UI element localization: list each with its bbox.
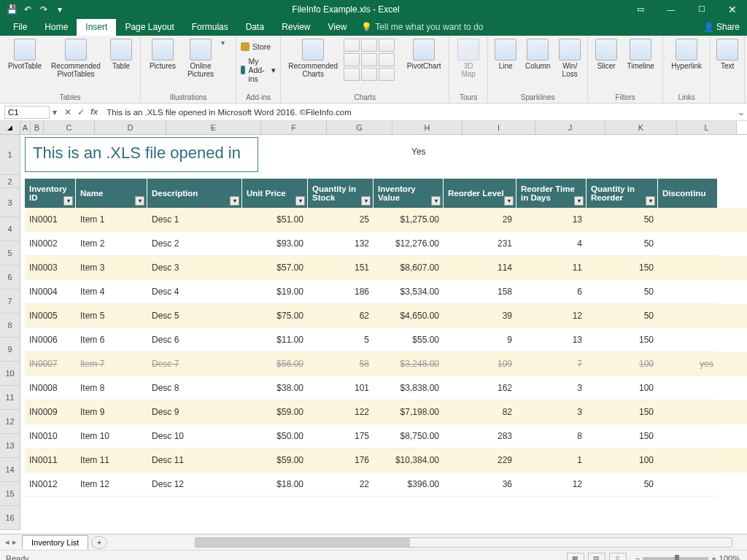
cell[interactable]: 150: [587, 400, 658, 424]
cell[interactable]: Item 12: [76, 472, 147, 497]
cell[interactable]: $11.00: [242, 328, 308, 352]
cell[interactable]: [658, 448, 718, 472]
cell[interactable]: 6: [516, 280, 587, 304]
cell[interactable]: 62: [308, 304, 374, 328]
cell[interactable]: [658, 400, 718, 424]
new-sheet-button[interactable]: ＋: [91, 536, 107, 549]
tab-formulas[interactable]: Formulas: [183, 19, 237, 36]
cell[interactable]: yes: [658, 352, 718, 376]
cell[interactable]: 100: [587, 352, 658, 376]
col-E[interactable]: E: [166, 121, 261, 134]
cell[interactable]: $3,248.00: [374, 352, 444, 376]
cell[interactable]: 12: [516, 304, 587, 328]
cell[interactable]: 11: [516, 256, 587, 280]
row-header[interactable]: 11: [0, 386, 20, 410]
rec-pivot-button[interactable]: Recommended PivotTables: [48, 39, 104, 78]
tab-data[interactable]: Data: [237, 19, 273, 36]
cell[interactable]: $8,750.00: [374, 424, 444, 448]
cell[interactable]: Desc 8: [147, 376, 242, 400]
row-header[interactable]: 2: [0, 175, 20, 188]
cell[interactable]: Item 11: [76, 448, 147, 472]
pivotchart-button[interactable]: PivotChart: [403, 39, 444, 70]
row-header[interactable]: 5: [0, 241, 20, 265]
table-row[interactable]: IN0008Item 8Desc 8$38.00101$3,838.001623…: [25, 376, 747, 400]
cell[interactable]: $55.00: [374, 328, 444, 352]
th-discontinued[interactable]: Discontinu: [658, 179, 718, 208]
th-description[interactable]: Description▾: [147, 179, 242, 208]
cell[interactable]: 132: [308, 232, 374, 256]
cell[interactable]: Item 5: [76, 304, 147, 328]
cell[interactable]: 50: [587, 232, 658, 256]
row-header[interactable]: 1: [0, 135, 20, 175]
cell[interactable]: $12,276.00: [374, 232, 444, 256]
select-all-corner[interactable]: ◢: [0, 121, 20, 134]
table-row[interactable]: IN0006Item 6Desc 6$11.005$55.00913150: [25, 328, 747, 352]
cell[interactable]: 50: [587, 472, 658, 497]
hyperlink-button[interactable]: Hyperlink: [667, 39, 705, 70]
cell[interactable]: 158: [444, 280, 516, 304]
cell[interactable]: 5: [308, 328, 374, 352]
cell[interactable]: Desc 4: [147, 280, 242, 304]
cell[interactable]: $4,650.00: [374, 304, 444, 328]
cell[interactable]: 283: [444, 424, 516, 448]
cell[interactable]: IN0007: [25, 352, 76, 376]
cell[interactable]: [658, 208, 718, 232]
col-D[interactable]: D: [95, 121, 166, 134]
row-header[interactable]: 3: [0, 188, 20, 217]
cell[interactable]: Desc 10: [147, 424, 242, 448]
cell[interactable]: 229: [444, 448, 516, 472]
title-cell[interactable]: This is an .XLS file opened in: [25, 137, 258, 172]
name-box-dropdown-icon[interactable]: ▾: [50, 107, 60, 117]
col-L[interactable]: L: [677, 121, 737, 134]
table-row[interactable]: IN0001Item 1Desc 1$51.0025$1,275.0029135…: [25, 208, 747, 232]
cell[interactable]: [658, 424, 718, 448]
map3d-button[interactable]: 3D Map: [454, 39, 483, 78]
cell[interactable]: $8,607.00: [374, 256, 444, 280]
cell[interactable]: Item 7: [76, 352, 147, 376]
minimize-icon[interactable]: —: [657, 0, 686, 18]
qat-dropdown-icon[interactable]: ▾: [54, 4, 66, 15]
cell[interactable]: $51.00: [242, 208, 308, 232]
cancel-formula-icon[interactable]: ✕: [64, 107, 71, 117]
cell[interactable]: 29: [444, 208, 516, 232]
cell[interactable]: 9: [444, 328, 516, 352]
col-G[interactable]: G: [327, 121, 392, 134]
cell[interactable]: $75.00: [242, 304, 308, 328]
cell[interactable]: Desc 1: [147, 208, 242, 232]
cell[interactable]: Desc 12: [147, 472, 242, 497]
chart-gallery[interactable]: [344, 39, 400, 81]
cell[interactable]: Item 6: [76, 328, 147, 352]
cell[interactable]: IN0011: [25, 448, 76, 472]
filter-dropdown-icon[interactable]: ▾: [431, 196, 441, 206]
cell[interactable]: $18.00: [242, 472, 308, 497]
zoom-in-icon[interactable]: +: [711, 554, 716, 561]
cell[interactable]: $19.00: [242, 280, 308, 304]
cell[interactable]: 7: [516, 352, 587, 376]
col-I[interactable]: I: [462, 121, 535, 134]
cell[interactable]: IN0002: [25, 232, 76, 256]
cell[interactable]: [658, 304, 718, 328]
zoom-slider[interactable]: [643, 557, 708, 560]
cell[interactable]: 3: [516, 400, 587, 424]
table-row[interactable]: IN0004Item 4Desc 4$19.00186$3,534.001586…: [25, 280, 747, 304]
ribbon-options-icon[interactable]: ▭: [626, 0, 655, 18]
cell[interactable]: 82: [444, 400, 516, 424]
table-button[interactable]: Table: [107, 39, 136, 70]
fx-icon[interactable]: fx: [90, 107, 98, 117]
cell[interactable]: IN0003: [25, 256, 76, 280]
close-icon[interactable]: ✕: [718, 0, 747, 18]
cell[interactable]: 176: [308, 448, 374, 472]
cell[interactable]: 114: [444, 256, 516, 280]
cell[interactable]: Desc 11: [147, 448, 242, 472]
row-header[interactable]: 12: [0, 410, 20, 434]
cell[interactable]: 100: [587, 376, 658, 400]
table-row[interactable]: IN0012Item 12Desc 12$18.0022$396.0036125…: [25, 472, 747, 497]
cell[interactable]: 122: [308, 400, 374, 424]
col-J[interactable]: J: [535, 121, 605, 134]
sheet-tab[interactable]: Inventory List: [22, 535, 88, 549]
online-pictures-button[interactable]: Online Pictures: [183, 39, 218, 78]
th-unit-price[interactable]: Unit Price▾: [242, 179, 308, 208]
cell[interactable]: 13: [516, 328, 587, 352]
maximize-icon[interactable]: ☐: [687, 0, 716, 18]
filter-dropdown-icon[interactable]: ▾: [63, 196, 73, 206]
